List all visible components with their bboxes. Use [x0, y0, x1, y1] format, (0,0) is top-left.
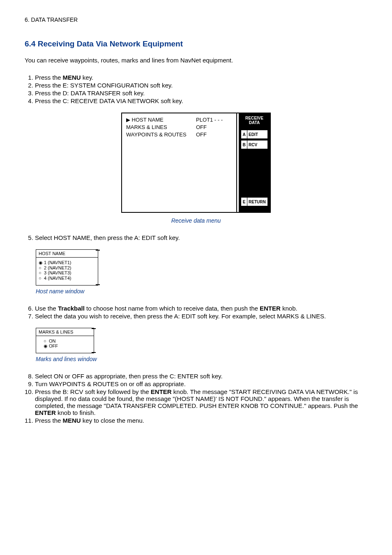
step-text: Press the [35, 417, 63, 424]
page-header: 6. DATA TRANSFER [25, 16, 367, 23]
step-text: Select the data you wish to receive, the… [35, 313, 326, 320]
step-bold: ENTER [260, 305, 281, 312]
mini-body: 1 (NAVNET1) 2 (NAVNET2) 3 (NAVNET3) 4 (N… [36, 258, 98, 285]
step-text: key. [81, 74, 94, 81]
figure-caption: Receive data menu [25, 217, 367, 224]
step-bold: MENU [63, 74, 81, 81]
row-value: OFF [196, 124, 207, 130]
step-10: Press the B: RCV soft key followed by th… [35, 388, 367, 416]
intro-text: You can receive waypoints, routes, marks… [25, 57, 367, 64]
step-2: Press the E: SYSTEM CONFIGURATION soft k… [35, 82, 367, 89]
option-text: ON [49, 339, 56, 343]
step-7: Select the data you wish to receive, the… [35, 313, 367, 320]
step-8: Select ON or OFF as appropriate, then pr… [35, 373, 367, 380]
radio-empty-icon [39, 270, 43, 276]
step-3: Press the D: DATA TRANSFER soft key. [35, 90, 367, 97]
screen-row: MARKS & LINES OFF [126, 124, 232, 130]
marks-option[interactable]: OFF [44, 343, 91, 349]
step-5: Select HOST NAME, then press the A: EDIT… [35, 234, 367, 241]
host-option[interactable]: 3 (NAVNET3) [39, 270, 95, 276]
steps-list-a: Press the MENU key. Press the E: SYSTEM … [25, 74, 367, 104]
mini-body: ON OFF [36, 336, 94, 353]
marks-option[interactable]: ON [44, 339, 91, 344]
radio-selected-icon [39, 260, 43, 265]
step-text: Press the [35, 74, 63, 81]
row-label: ▶ HOST NAME [126, 117, 196, 123]
softkey-b-rcv[interactable]: B RCV [241, 140, 267, 149]
softkey-e-return[interactable]: E RETURN [241, 198, 267, 206]
mini-title: HOST NAME [36, 250, 98, 258]
figure-caption: Marks and lines window [36, 356, 367, 362]
radio-selected-icon [44, 343, 48, 349]
screen-row: WAYPOINTS & ROUTES OFF [126, 131, 232, 138]
softkey-panel: RECEIVE DATA A EDIT B RCV E RETURN [239, 113, 270, 212]
host-option[interactable]: 2 (NAVNET2) [39, 265, 95, 271]
step-9: Turn WAYPOINTS & ROUTES on or off as app… [35, 380, 367, 387]
mini-title: MARKS & LINES [36, 328, 94, 336]
step-text: Select HOST NAME, then press the A: EDIT… [35, 234, 180, 241]
screen-content-area: ▶ HOST NAME PLOT1 - - - MARKS & LINES OF… [122, 113, 237, 212]
row-label: WAYPOINTS & ROUTES [126, 131, 196, 138]
option-text: 1 (NAVNET1) [44, 260, 71, 265]
step-text: knob. [281, 305, 297, 312]
panel-title-line: DATA [249, 120, 260, 125]
softkey-a-edit[interactable]: A EDIT [241, 130, 267, 138]
receive-data-screen: ▶ HOST NAME PLOT1 - - - MARKS & LINES OF… [121, 113, 271, 213]
step-bold: ENTER [35, 409, 56, 416]
step-text: Use the [35, 305, 58, 312]
option-text: OFF [49, 343, 58, 348]
step-bold: ENTER [151, 388, 172, 395]
softkey-label: RETURN [247, 198, 267, 206]
step-11: Press the MENU key to close the menu. [35, 417, 367, 424]
radio-empty-icon [39, 265, 43, 271]
option-text: 2 (NAVNET2) [44, 265, 71, 270]
steps-list-d: Select ON or OFF as appropriate, then pr… [25, 373, 367, 424]
screen-row: ▶ HOST NAME PLOT1 - - - [126, 117, 232, 123]
panel-title: RECEIVE DATA [239, 113, 270, 128]
steps-list-c: Use the Trackball to choose host name fr… [25, 305, 367, 320]
step-bold: Trackball [58, 305, 85, 312]
softkey-label: RCV [247, 140, 267, 149]
row-value: OFF [196, 131, 207, 138]
host-option[interactable]: 1 (NAVNET1) [39, 260, 95, 265]
softkey-letter: A [241, 130, 247, 138]
section-title: 6.4 Receiving Data Via Network Equipment [25, 39, 367, 48]
step-text: Press the B: RCV soft key followed by th… [35, 388, 151, 395]
row-value: PLOT1 - - - [196, 117, 223, 123]
hostname-window: HOST NAME 1 (NAVNET1) 2 (NAVNET2) 3 (NAV… [36, 249, 98, 286]
radio-empty-icon [44, 339, 48, 344]
step-text: key to close the menu. [81, 417, 144, 424]
step-text: Press the E: SYSTEM CONFIGURATION soft k… [35, 82, 173, 89]
option-text: 4 (NAVNET4) [44, 276, 71, 281]
panel-title-line: RECEIVE [245, 116, 263, 120]
step-text: Press the D: DATA TRANSFER soft key. [35, 90, 145, 97]
steps-list-b: Select HOST NAME, then press the A: EDIT… [25, 234, 367, 241]
radio-empty-icon [39, 276, 43, 281]
step-text: Press the C: RECEIVE DATA VIA NETWORK so… [35, 97, 183, 104]
step-text: Select ON or OFF as appropriate, then pr… [35, 373, 223, 380]
softkey-letter: B [241, 140, 247, 149]
step-6: Use the Trackball to choose host name fr… [35, 305, 367, 312]
marks-lines-window: MARKS & LINES ON OFF [36, 328, 94, 353]
step-text: to choose host name from which to receiv… [85, 305, 260, 312]
softkey-letter: E [241, 198, 247, 206]
step-4: Press the C: RECEIVE DATA VIA NETWORK so… [35, 97, 367, 104]
step-bold: MENU [63, 417, 81, 424]
step-1: Press the MENU key. [35, 74, 367, 81]
step-text: knob to finish. [56, 409, 96, 416]
row-label: MARKS & LINES [126, 124, 196, 130]
option-text: 3 (NAVNET3) [44, 270, 71, 275]
softkey-label: EDIT [247, 130, 267, 138]
figure-caption: Host name window [36, 288, 367, 295]
host-option[interactable]: 4 (NAVNET4) [39, 276, 95, 281]
step-text: Turn WAYPOINTS & ROUTES on or off as app… [35, 380, 186, 387]
